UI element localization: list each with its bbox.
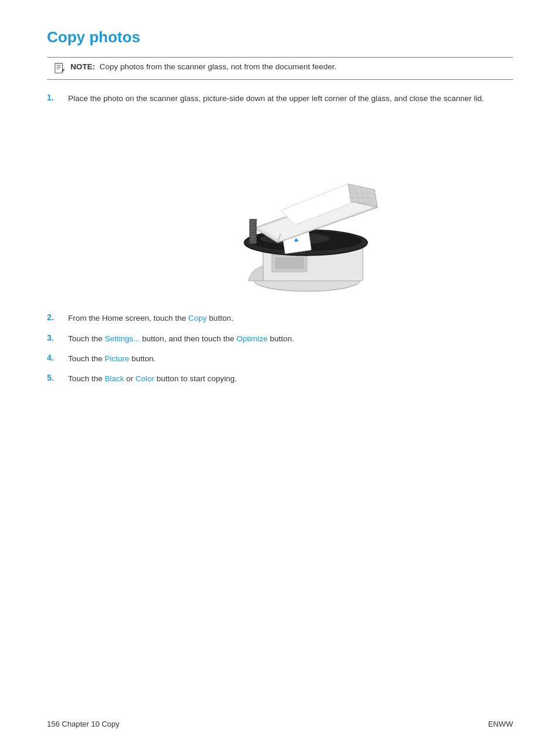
step-2-number: 2. <box>47 312 59 322</box>
step-3: 3. Touch the Settings... button, and the… <box>47 333 513 345</box>
page-footer: 156 Chapter 10 Copy ENWW <box>47 720 513 728</box>
step-5-color-link[interactable]: Color <box>136 374 154 383</box>
step-1: 1. Place the photo on the scanner glass,… <box>47 93 513 105</box>
scanner-image <box>89 116 513 298</box>
step-5-text: Touch the Black or Color button to start… <box>68 373 237 385</box>
note-body: Copy photos from the scanner glass, not … <box>100 62 337 71</box>
step-4: 4. Touch the Picture button. <box>47 353 513 365</box>
step-4-number: 4. <box>47 353 59 362</box>
svg-rect-7 <box>275 257 304 269</box>
step-1-number: 1. <box>47 93 59 102</box>
page-title: Copy photos <box>47 28 513 46</box>
scanner-svg <box>219 116 383 298</box>
steps-list: 1. Place the photo on the scanner glass,… <box>47 93 513 385</box>
step-3-number: 3. <box>47 333 59 342</box>
svg-rect-0 <box>55 63 63 73</box>
step-4-text: Touch the Picture button. <box>68 353 156 365</box>
svg-rect-21 <box>249 219 257 244</box>
step-1-text: Place the photo on the scanner glass, pi… <box>68 93 484 105</box>
note-box: NOTE: Copy photos from the scanner glass… <box>47 57 513 80</box>
note-text: NOTE: Copy photos from the scanner glass… <box>70 62 336 71</box>
step-3-text: Touch the Settings... button, and then t… <box>68 333 294 345</box>
step-2-copy-link[interactable]: Copy <box>188 314 207 322</box>
note-icon <box>54 63 66 75</box>
scanner-illustration-container <box>68 116 513 298</box>
step-3-settings-link[interactable]: Settings... <box>104 334 140 343</box>
step-5: 5. Touch the Black or Color button to st… <box>47 373 513 385</box>
note-label: NOTE: <box>70 62 95 71</box>
step-3-optimize-link[interactable]: Optimize <box>237 334 268 343</box>
footer-right: ENWW <box>488 720 513 728</box>
step-2-text: From the Home screen, touch the Copy but… <box>68 312 233 324</box>
step-5-black-link[interactable]: Black <box>104 374 124 383</box>
step-4-picture-link[interactable]: Picture <box>104 354 129 363</box>
step-2: 2. From the Home screen, touch the Copy … <box>47 312 513 324</box>
step-5-number: 5. <box>47 373 59 382</box>
page-content: Copy photos NOTE: Copy photos from the s… <box>0 0 560 428</box>
footer-left: 156 Chapter 10 Copy <box>47 720 120 728</box>
